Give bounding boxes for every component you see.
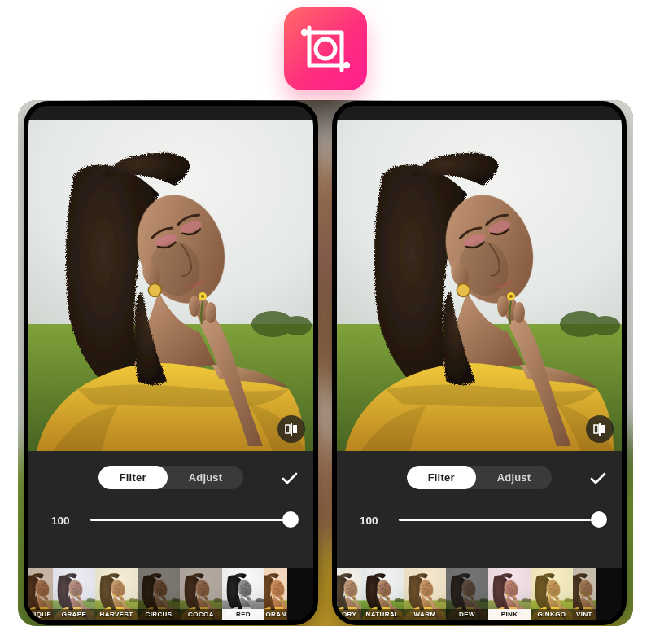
phone-status-bar	[337, 106, 622, 120]
slider-track	[90, 519, 297, 521]
photo-preview: .pv-sky{fill:url(#skyCool)} .pv-field{fi…	[337, 120, 622, 451]
compare-icon	[283, 421, 299, 437]
svg-rect-4	[599, 423, 601, 436]
filter-thumb-vint[interactable]: .pv-sky{fill:url(#skyCool)} .pv-field{fi…	[573, 568, 596, 620]
confirm-button[interactable]	[277, 467, 302, 491]
filter-thumb-label: GINKGO	[531, 609, 573, 620]
filter-thumb-pink[interactable]: .pv-sky{fill:url(#skyCool)} .pv-field{fi…	[488, 568, 531, 620]
svg-point-0	[316, 39, 335, 59]
controls-panel: Filter Adjust 100	[28, 451, 313, 568]
slider-knob[interactable]	[591, 511, 607, 528]
slider-knob[interactable]	[282, 511, 299, 528]
filter-thumb-label: VINT	[573, 609, 596, 620]
filter-thumb-label: TIQUE	[28, 609, 53, 620]
tab-filter[interactable]: Filter	[98, 466, 168, 489]
segmented-control: Filter Adjust	[407, 466, 553, 489]
filter-thumb-harvest[interactable]: .pv-sky{fill:url(#skyCool)} .pv-field{fi…	[95, 568, 138, 620]
check-icon	[280, 469, 299, 488]
filter-thumb-tique[interactable]: .pv-sky{fill:url(#skyCool)} .pv-field{fi…	[28, 568, 53, 620]
segmented-control: Filter Adjust	[98, 466, 244, 489]
filter-adjust-tabs: Filter Adjust	[40, 466, 302, 489]
phone-mockup-left: .pv-sky{fill:url(#skyWarm)} .pv-field{fi…	[24, 101, 318, 625]
filter-thumb-red[interactable]: .pv-sky{fill:url(#skyCool)} .pv-field{fi…	[222, 568, 264, 620]
intensity-slider-row: 100	[40, 512, 302, 528]
filter-thumb-label: ORAN	[264, 609, 287, 620]
filter-thumb-grape[interactable]: .pv-sky{fill:url(#skyCool)} .pv-field{fi…	[53, 568, 95, 620]
comparison-canvas: .pv-sky{fill:url(#skyWarm)} .pv-field{fi…	[18, 100, 633, 626]
filter-thumb-warm[interactable]: .pv-sky{fill:url(#skyCool)} .pv-field{fi…	[404, 568, 446, 620]
inshot-logo-icon	[296, 20, 355, 78]
intensity-slider-row: 100	[348, 512, 610, 528]
filter-thumb-oran[interactable]: .pv-sky{fill:url(#skyCool)} .pv-field{fi…	[264, 568, 287, 620]
svg-rect-3	[291, 423, 292, 436]
tab-filter[interactable]: Filter	[407, 466, 476, 489]
intensity-value: 100	[360, 515, 386, 527]
filter-thumb-ginkgo[interactable]: .pv-sky{fill:url(#skyCool)} .pv-field{fi…	[531, 568, 573, 620]
controls-panel: Filter Adjust 100	[337, 451, 622, 568]
compare-button[interactable]	[277, 415, 305, 443]
filter-thumb-dew[interactable]: .pv-sky{fill:url(#skyCool)} .pv-field{fi…	[446, 568, 488, 620]
phone-mockup-right: .pv-sky{fill:url(#skyCool)} .pv-field{fi…	[332, 101, 627, 625]
filter-adjust-tabs: Filter Adjust	[348, 466, 610, 489]
slider-track	[399, 519, 605, 521]
filter-thumb-label: ORY	[337, 609, 361, 620]
confirm-button[interactable]	[586, 467, 610, 491]
intensity-slider[interactable]	[399, 512, 605, 528]
filter-thumb-circus[interactable]: .pv-sky{fill:url(#skyCool)} .pv-field{fi…	[138, 568, 180, 620]
filter-thumb-natural[interactable]: .pv-sky{fill:url(#skyCool)} .pv-field{fi…	[361, 568, 404, 620]
filter-thumb-label: RED	[222, 609, 264, 620]
filter-thumbnails-strip[interactable]: .pv-sky{fill:url(#skyCool)} .pv-field{fi…	[28, 568, 313, 620]
filter-thumb-label: NATURAL	[361, 609, 404, 620]
filter-thumb-label: HARVEST	[95, 609, 138, 620]
filter-thumb-label: DEW	[446, 609, 488, 620]
filter-thumbnails-strip[interactable]: .pv-sky{fill:url(#skyCool)} .pv-field{fi…	[337, 568, 622, 620]
svg-point-1	[301, 29, 308, 36]
phone-status-bar	[28, 106, 313, 120]
filter-thumb-cocoa[interactable]: .pv-sky{fill:url(#skyCool)} .pv-field{fi…	[180, 568, 222, 620]
compare-icon	[592, 421, 608, 437]
tab-adjust[interactable]: Adjust	[168, 466, 244, 489]
filter-thumb-label: COCOA	[180, 609, 222, 620]
filter-thumb-label: WARM	[404, 609, 446, 620]
filter-thumb-label: PINK	[488, 609, 531, 620]
filter-thumb-ory[interactable]: .pv-sky{fill:url(#skyCool)} .pv-field{fi…	[337, 568, 361, 620]
check-icon	[588, 469, 608, 488]
intensity-value: 100	[51, 515, 77, 527]
compare-button[interactable]	[586, 415, 614, 443]
filter-thumb-label: CIRCUS	[138, 609, 180, 620]
filter-thumb-label: GRAPE	[53, 609, 95, 620]
intensity-slider[interactable]	[90, 512, 297, 528]
photo-preview: .pv-sky{fill:url(#skyWarm)} .pv-field{fi…	[28, 120, 313, 451]
tab-adjust[interactable]: Adjust	[476, 466, 553, 489]
app-logo-inshot	[284, 7, 367, 90]
svg-point-2	[343, 62, 350, 68]
